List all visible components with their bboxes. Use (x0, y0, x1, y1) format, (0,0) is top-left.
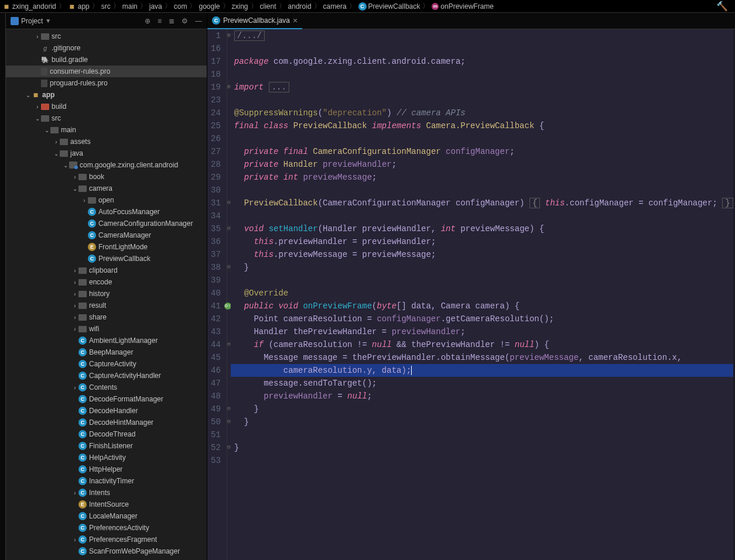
tree-item[interactable]: ›build (6, 101, 207, 112)
tree-item[interactable]: CCaptureActivityHandler (6, 370, 207, 382)
fold-gutter[interactable]: ⊕⊕⊖⊖⊖⊖⊖⊖⊖⊖ (227, 29, 231, 560)
code-line[interactable]: package com.google.zxing.client.android.… (231, 55, 733, 68)
code-line[interactable]: Message message = thePreviewHandler.obta… (231, 351, 733, 364)
settings-icon[interactable]: ⚙ (182, 17, 188, 25)
code-line[interactable]: private final CameraConfigurationManager… (231, 145, 733, 158)
code-line[interactable]: } (231, 403, 733, 415)
tree-item[interactable]: CPreviewCallback (6, 253, 207, 264)
chevron-icon[interactable]: › (71, 174, 78, 180)
code-line[interactable] (231, 454, 733, 467)
breadcrumb-item[interactable]: app (68, 2, 90, 11)
tree-item[interactable]: CHttpHelper (6, 463, 207, 475)
tree-item[interactable]: CCaptureActivity (6, 358, 207, 370)
chevron-icon[interactable]: › (71, 267, 78, 274)
tree-item[interactable]: CAmbientLightManager (6, 335, 207, 346)
chevron-icon[interactable]: › (81, 197, 88, 204)
breadcrumb-item[interactable]: zxing (232, 2, 248, 11)
chevron-icon[interactable]: › (71, 384, 78, 391)
code-line[interactable] (231, 184, 733, 197)
tree-item[interactable]: ⌄main (6, 124, 207, 136)
tree-item[interactable]: ›wifi (6, 323, 207, 335)
code-line[interactable]: @Override (231, 287, 733, 300)
tree-item[interactable]: CLocaleManager (6, 510, 207, 522)
breadcrumb-item[interactable]: client (260, 2, 276, 11)
code-area[interactable]: 1161718192324252627282930313435363738394… (207, 29, 735, 560)
chevron-icon[interactable]: › (71, 490, 78, 496)
tree-item[interactable]: ›CPreferencesFragment (6, 534, 207, 545)
tree-item[interactable]: ›open (6, 194, 207, 206)
code-line[interactable] (231, 68, 733, 81)
code-line[interactable]: this.previewMessage = previewMessage; (231, 248, 733, 261)
tree-item[interactable]: ›assets (6, 136, 207, 147)
tree-item[interactable]: ›history (6, 288, 207, 300)
breadcrumb-item[interactable]: CPreviewCallback (358, 2, 421, 11)
tab-preview-callback[interactable]: C PreviewCallback.java × (207, 13, 302, 29)
sidebar-title[interactable]: Project (21, 17, 43, 25)
chevron-icon[interactable]: › (71, 326, 78, 332)
code-line[interactable]: } (231, 415, 733, 428)
tree-item[interactable]: CScanFromWebPageManager (6, 545, 207, 557)
code-line[interactable] (231, 132, 733, 145)
tree-item[interactable]: ›clipboard (6, 264, 207, 276)
chevron-icon[interactable]: ⌄ (62, 162, 69, 169)
scrollbar[interactable] (733, 29, 735, 560)
close-icon[interactable]: × (293, 16, 298, 25)
chevron-icon[interactable]: › (71, 314, 78, 321)
tree-item[interactable]: proguard-rules.pro (6, 77, 207, 89)
tree-item[interactable]: CPreferencesActivity (6, 522, 207, 534)
breadcrumb-item[interactable]: java (149, 2, 162, 11)
chevron-icon[interactable]: › (34, 33, 41, 40)
code-line[interactable]: import ... (231, 81, 733, 94)
tree-item[interactable]: build.gradle (6, 54, 207, 66)
build-icon[interactable]: 🔨 (716, 1, 733, 12)
tree-item[interactable]: CAutoFocusManager (6, 206, 207, 218)
chevron-icon[interactable]: › (71, 279, 78, 286)
code-line[interactable]: this.previewHandler = previewHandler; (231, 235, 733, 248)
tree-item[interactable]: EIntentSource (6, 499, 207, 510)
tree-item[interactable]: consumer-rules.pro (6, 66, 207, 77)
code-line[interactable] (231, 94, 733, 106)
code-line[interactable]: message.sendToTarget(); (231, 377, 733, 390)
code-line[interactable]: Point cameraResolution = configManager.g… (231, 312, 733, 325)
tree-item[interactable]: CDecodeThread (6, 428, 207, 440)
tree-item[interactable]: ⌄src (6, 112, 207, 124)
code-line[interactable] (231, 274, 733, 287)
code-line[interactable]: previewHandler = null; (231, 390, 733, 403)
tree-item[interactable]: ›CContents (6, 382, 207, 393)
chevron-icon[interactable]: › (71, 303, 78, 309)
tree-item[interactable]: .gitignore (6, 42, 207, 54)
chevron-icon[interactable]: ⌄ (34, 115, 41, 122)
tree-item[interactable]: ⌄app (6, 89, 207, 101)
chevron-icon[interactable]: ⌄ (43, 127, 50, 133)
breadcrumb-item[interactable]: camera (323, 2, 347, 11)
tree-item[interactable]: CInactivityTimer (6, 475, 207, 487)
breadcrumb-item[interactable]: android (288, 2, 312, 11)
folded-code[interactable]: /.../ (234, 30, 265, 41)
tree-item[interactable]: CBeepManager (6, 346, 207, 358)
breadcrumb-item[interactable]: google (199, 2, 220, 11)
chevron-icon[interactable]: › (71, 291, 78, 297)
project-tree[interactable]: ›src.gitignorebuild.gradleconsumer-rules… (6, 29, 207, 560)
dropdown-icon[interactable]: ▼ (45, 18, 51, 24)
code-line[interactable] (231, 428, 733, 441)
tree-item[interactable]: CCameraManager (6, 229, 207, 241)
tree-item[interactable]: CDecodeHintManager (6, 417, 207, 428)
chevron-icon[interactable]: › (53, 139, 60, 145)
tree-item[interactable]: ›CIntents (6, 487, 207, 499)
tree-item[interactable]: ›book (6, 171, 207, 183)
code-line[interactable]: @SuppressWarnings("deprecation") // came… (231, 106, 733, 119)
tree-item[interactable]: ⌄camera (6, 183, 207, 194)
code-line[interactable]: cameraResolution.y, data); (231, 364, 733, 377)
code-line[interactable]: void setHandler(Handler previewHandler, … (231, 222, 733, 235)
code-line[interactable]: public void onPreviewFrame(byte[] data, … (231, 300, 733, 312)
code-line[interactable]: } (231, 441, 733, 454)
tree-item[interactable]: ⌄java (6, 147, 207, 159)
tree-item[interactable]: CDecodeHandler (6, 405, 207, 417)
breadcrumb-item[interactable]: com (174, 2, 187, 11)
code-line[interactable]: final class PreviewCallback implements C… (231, 119, 733, 132)
hide-icon[interactable]: — (195, 17, 202, 25)
tool-window-stripe[interactable] (0, 13, 6, 560)
code-line[interactable]: Handler thePreviewHandler = previewHandl… (231, 325, 733, 338)
chevron-icon[interactable]: ⌄ (53, 150, 60, 157)
chevron-icon[interactable]: › (71, 537, 78, 543)
